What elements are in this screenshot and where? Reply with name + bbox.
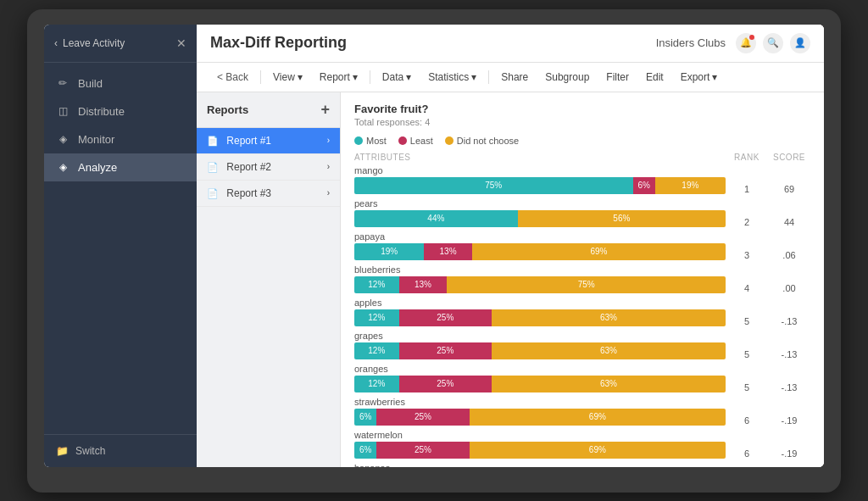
chart-row-8: watermelon6%25%69%6-.19	[354, 430, 810, 459]
bar-label-6: oranges	[354, 364, 726, 374]
score-cell-1: 44	[768, 198, 810, 227]
notification-button[interactable]: 🔔	[736, 33, 756, 53]
bar-wrap-8: 6%25%69%	[354, 442, 726, 459]
chart-row-4: apples12%25%63%5-.13	[354, 298, 810, 326]
brand-name: Insiders Clubs	[656, 36, 726, 49]
bar-least-3: 13%	[399, 276, 448, 293]
rank-cell-5: 5	[726, 331, 768, 359]
bar-least-4: 25%	[399, 309, 492, 326]
sidebar-item-label: Analyze	[78, 161, 117, 174]
sidebar-title: Leave Activity	[63, 37, 125, 49]
score-cell-4: -.13	[768, 298, 810, 326]
rank-cell-3: 4	[726, 264, 768, 293]
score-cell-7: -.19	[768, 397, 810, 426]
report-item-3[interactable]: 📄 Report #3 ›	[197, 181, 340, 207]
chart-row-5: grapes12%25%63%5-.13	[354, 331, 810, 359]
bar-label-7: strawberries	[354, 397, 726, 407]
view-button[interactable]: View ▾	[266, 68, 309, 86]
sidebar-item-build[interactable]: ✏ Build	[44, 70, 197, 97]
bar-label-8: watermelon	[354, 430, 726, 440]
reports-panel: Reports + 📄 Report #1 › 📄 Report #2	[197, 92, 341, 467]
bar-wrap-1: 44%56%	[354, 210, 726, 227]
bar-cell-0: mango75%6%19%	[354, 165, 726, 194]
bar-most-6: 12%	[354, 376, 399, 392]
legend-label-did-not: Did not choose	[457, 136, 519, 146]
chart-row-9: bananas44%56%7-.44	[354, 463, 810, 467]
score-cell-8: -.19	[768, 430, 810, 459]
bar-wrap-6: 12%25%63%	[354, 376, 726, 392]
report-item-1[interactable]: 📄 Report #1 ›	[197, 128, 340, 154]
sidebar-item-distribute[interactable]: ◫ Distribute	[44, 97, 197, 125]
rank-cell-7: 6	[726, 397, 768, 426]
sidebar-item-label: Monitor	[78, 133, 114, 146]
bar-label-5: grapes	[354, 331, 726, 341]
sidebar-nav: ✏ Build ◫ Distribute ◈ Monitor ◈ Analyze	[44, 63, 197, 434]
bar-didnot-2: 69%	[472, 243, 726, 260]
view-label: View	[273, 71, 295, 83]
score-cell-3: .00	[768, 264, 810, 293]
laptop-frame: ‹ Leave Activity ✕ ✏ Build ◫ Distribute …	[27, 9, 841, 493]
chart-rows: mango75%6%19%169pears44%56%244papaya19%1…	[354, 165, 810, 467]
bar-wrap-7: 6%25%69%	[354, 409, 726, 426]
legend-label-most: Most	[366, 136, 387, 146]
rank-cell-4: 5	[726, 298, 768, 326]
close-icon[interactable]: ✕	[176, 36, 186, 50]
sidebar-footer[interactable]: 📁 Switch	[44, 434, 197, 467]
statistics-chevron-icon: ▾	[471, 71, 476, 83]
legend-dot-did-not	[445, 136, 453, 145]
report-button[interactable]: Report ▾	[313, 68, 364, 86]
bar-label-9: bananas	[354, 463, 726, 467]
search-button[interactable]: 🔍	[763, 33, 783, 53]
bar-most-7: 6%	[354, 409, 376, 426]
toolbar: < Back View ▾ Report ▾ Data ▾ Statistics	[197, 63, 824, 92]
bar-didnot-4: 63%	[492, 309, 726, 326]
bar-cell-9: bananas44%56%	[354, 463, 726, 467]
bar-least-2: 13%	[424, 243, 471, 260]
bar-wrap-0: 75%6%19%	[354, 177, 726, 194]
rank-cell-8: 6	[726, 430, 768, 459]
edit-button[interactable]: Edit	[639, 68, 670, 86]
chart-row-0: mango75%6%19%169	[354, 165, 810, 194]
data-button[interactable]: Data ▾	[376, 68, 418, 86]
col-header-attributes: ATTRIBUTES	[354, 153, 726, 162]
chart-row-1: pears44%56%244	[354, 198, 810, 227]
bar-most-2: 19%	[354, 243, 424, 260]
rank-cell-9: 7	[726, 463, 768, 467]
legend-did-not: Did not choose	[445, 136, 519, 146]
folder-icon: 📁	[56, 445, 69, 457]
legend-most: Most	[354, 136, 387, 146]
add-report-button[interactable]: +	[320, 101, 330, 119]
topbar-right: Insiders Clubs 🔔 🔍 👤	[656, 33, 810, 53]
sidebar-item-monitor[interactable]: ◈ Monitor	[44, 125, 197, 153]
bar-label-2: papaya	[354, 231, 726, 242]
bar-didnot-6: 63%	[492, 376, 726, 392]
topbar: Max-Diff Reporting Insiders Clubs 🔔 🔍 👤	[197, 25, 824, 63]
profile-button[interactable]: 👤	[790, 33, 810, 53]
chevron-icon-2: ›	[327, 162, 330, 171]
rank-cell-0: 1	[726, 165, 768, 194]
bar-cell-8: watermelon6%25%69%	[354, 430, 726, 459]
bar-wrap-5: 12%25%63%	[354, 342, 726, 359]
monitor-icon: ◈	[56, 133, 70, 145]
export-button[interactable]: Export ▾	[674, 68, 725, 86]
bar-cell-1: pears44%56%	[354, 198, 726, 227]
bar-cell-2: papaya19%13%69%	[354, 231, 726, 260]
statistics-button[interactable]: Statistics ▾	[421, 68, 483, 86]
report-item-2[interactable]: 📄 Report #2 ›	[197, 154, 340, 181]
rank-cell-2: 3	[726, 231, 768, 260]
back-button[interactable]: < Back	[210, 68, 255, 86]
score-cell-6: -.13	[768, 364, 810, 392]
bar-cell-3: blueberries12%13%75%	[354, 264, 726, 293]
chart-row-6: oranges12%25%63%5-.13	[354, 364, 810, 392]
subgroup-button[interactable]: Subgroup	[538, 68, 596, 86]
bar-cell-5: grapes12%25%63%	[354, 331, 726, 359]
bar-wrap-3: 12%13%75%	[354, 276, 726, 293]
chevron-icon-3: ›	[327, 188, 330, 198]
filter-button[interactable]: Filter	[599, 68, 636, 86]
bar-least-8: 25%	[376, 442, 470, 459]
share-button[interactable]: Share	[494, 68, 535, 86]
bar-didnot-0: 19%	[655, 177, 726, 194]
analyze-icon: ◈	[56, 161, 70, 173]
sidebar-item-analyze[interactable]: ◈ Analyze	[44, 153, 197, 181]
legend-least: Least	[398, 136, 433, 146]
